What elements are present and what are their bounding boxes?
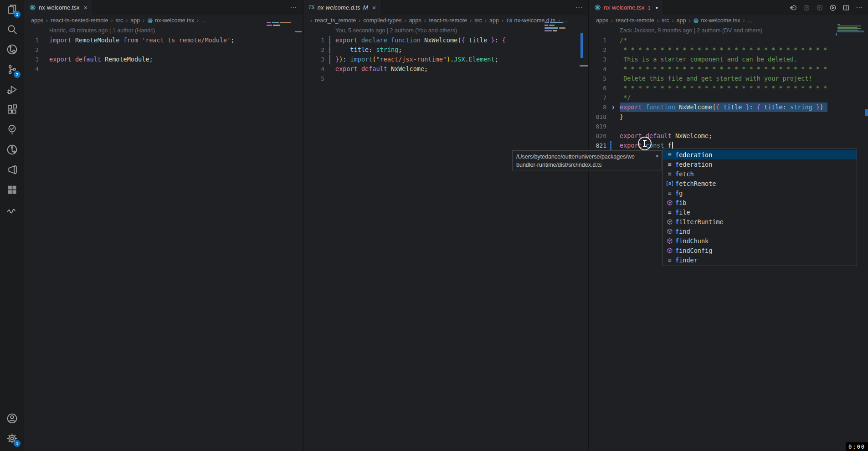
breadcrumb-label: compiled-types (363, 17, 401, 24)
matched-prefix: f (675, 151, 679, 159)
code-line: 818} (589, 112, 868, 122)
sidebar-item-settings[interactable]: 1 (1, 429, 23, 449)
breadcrumb-item-nx-welcome.d.ts[interactable]: TSnx-welcome.d.ts (506, 17, 555, 24)
breadcrumb-item-nx-welcome.tsx[interactable]: nx-welcome.tsx (147, 17, 194, 24)
editor-2[interactable]: You, 5 seconds ago | 2 authors (You and … (303, 26, 588, 451)
code-text: /* (620, 36, 627, 45)
word-suggest-icon: ≡ (664, 151, 675, 158)
nav-right-icon[interactable] (816, 4, 823, 11)
token: * * * * * * * * * * * * * * * * * * * * … (620, 46, 827, 53)
tab-nx-welcome.tsx[interactable]: nx-welcome.tsx× (24, 0, 93, 15)
sidebar-item-search[interactable] (1, 20, 23, 40)
breadcrumb-item-nx-welcome.tsx[interactable]: nx-welcome.tsx (693, 17, 740, 24)
sidebar-item-source-control[interactable]: 7 (1, 60, 23, 80)
tab-close-icon[interactable]: × (84, 4, 88, 11)
token: import (346, 56, 372, 63)
editor-1[interactable]: Hanric, 48 minutes ago | 1 author (Hanri… (24, 26, 303, 451)
breadcrumb-item-app[interactable]: app (130, 17, 140, 24)
word-suggest-icon: ≡ (664, 209, 675, 215)
token: { (716, 103, 719, 111)
token: * * * * * * * * * * * * * * * * * * * * … (620, 84, 827, 92)
token: RemoteModule (101, 56, 149, 63)
more-actions-icon[interactable]: ⋯ (856, 4, 863, 12)
line-number: 2 (24, 45, 39, 55)
token: f (664, 142, 672, 149)
breadcrumb-separator: › (611, 17, 613, 24)
token: NxWelcome (675, 103, 712, 111)
tab-nx-welcome.tsx[interactable]: nx-welcome.tsx1● (589, 0, 663, 15)
code-line: 2 (24, 45, 303, 55)
suggestion-item-finder[interactable]: ≡finder (663, 255, 857, 265)
sidebar-item-extensions[interactable] (1, 100, 23, 120)
tooltip-close-icon[interactable]: × (655, 152, 659, 160)
matched-prefix: f (675, 161, 679, 168)
run-icon[interactable] (829, 4, 837, 11)
sidebar-item-tree-view[interactable] (1, 120, 23, 140)
breadcrumb-label: react-ts-remote (616, 17, 654, 24)
suggestion-item-fetch[interactable]: ≡fetch (663, 169, 857, 179)
breadcrumb-item-app[interactable]: app (489, 17, 499, 24)
breadcrumb-item-...[interactable]: ... (563, 17, 567, 24)
breadcrumb-item-apps[interactable]: apps (409, 17, 421, 24)
sidebar-item-run-and-debug[interactable] (1, 80, 23, 100)
code-line: 1export declare function NxWelcome({ tit… (303, 36, 588, 45)
suggestion-item-federation[interactable]: ≡federation (663, 150, 857, 159)
breadcrumb-item-src[interactable]: src (116, 17, 123, 24)
breadcrumb-item-react_ts_remote[interactable]: react_ts_remote (315, 17, 356, 24)
sidebar-item-gitlens[interactable] (1, 40, 23, 60)
token: ; (231, 36, 234, 44)
sidebar-item-graph-view[interactable] (1, 140, 23, 160)
suggestion-item-findConfig[interactable]: findConfig (663, 246, 857, 255)
token: export (620, 142, 642, 149)
sidebar-item-squiggle-view[interactable] (1, 200, 23, 220)
nav-left-icon[interactable] (803, 4, 810, 11)
breadcrumb-item-...[interactable]: ... (748, 17, 752, 24)
line-number: 5 (303, 74, 324, 83)
breadcrumb-item-src[interactable]: src (474, 17, 482, 24)
sidebar-item-apps-grid[interactable] (1, 180, 23, 200)
fold-icon[interactable]: ❯ (606, 102, 620, 112)
token: export (620, 132, 642, 139)
breadcrumb-item-app[interactable]: app (677, 17, 686, 24)
suggestion-item-federation[interactable]: ≡federation (663, 159, 857, 169)
tab-close-icon[interactable]: × (372, 4, 376, 11)
suggestion-item-fetchRemote[interactable]: [ø]fetchRemote (663, 179, 857, 188)
split-editor-icon[interactable] (842, 4, 850, 11)
token: default (358, 65, 387, 72)
code-text: export default NxWelcome; (620, 131, 712, 141)
suggestion-item-file[interactable]: ≡file (663, 207, 857, 217)
breadcrumb-item-react-ts-remote[interactable]: react-ts-remote (429, 17, 467, 24)
suggestion-item-findChunk[interactable]: findChunk (663, 236, 857, 246)
breadcrumb-label: react-ts-remote (429, 17, 467, 24)
more-actions-icon[interactable]: ⋯ (575, 4, 583, 12)
breadcrumb-separator: › (126, 17, 128, 24)
breadcrumb-item-apps[interactable]: apps (31, 17, 43, 24)
suggestion-item-fib[interactable]: fib (663, 198, 857, 207)
suggestion-item-find[interactable]: find (663, 226, 857, 236)
line-number: 821 (589, 141, 606, 150)
breadcrumb-item-compiled-types[interactable]: compiled-types (363, 17, 401, 24)
breadcrumb-item-react-ts-nested-remote[interactable]: react-ts-nested-remote (51, 17, 108, 24)
line-number: 5 (589, 74, 606, 83)
breadcrumb-item-react-ts-remote[interactable]: react-ts-remote (616, 17, 654, 24)
suggestion-label: findConfig (675, 247, 712, 254)
more-actions-icon[interactable]: ⋯ (290, 4, 297, 12)
token: Element (469, 56, 495, 63)
line-number: 1 (589, 36, 606, 45)
code-line: 4 * * * * * * * * * * * * * * * * * * * … (589, 64, 868, 74)
breadcrumb-separator: › (310, 17, 312, 24)
breadcrumb-item-apps[interactable]: apps (596, 17, 608, 24)
breadcrumb-item-...[interactable]: ... (201, 17, 206, 24)
sidebar-item-ribbon-view[interactable] (1, 160, 23, 180)
suggestion-item-fg[interactable]: ≡fg (663, 188, 857, 198)
cube-suggest-icon (664, 238, 675, 244)
word-suggest-icon: ≡ (664, 170, 675, 177)
breadcrumb-label: src (474, 17, 482, 24)
breadcrumb-item-src[interactable]: src (662, 17, 669, 24)
sidebar-item-accounts[interactable] (1, 409, 23, 429)
matched-prefix: f (675, 247, 679, 254)
suggestion-item-filterRuntime[interactable]: filterRuntime (663, 217, 857, 226)
sidebar-item-explorer[interactable]: 1 (1, 0, 23, 20)
tab-nx-welcome.d.ts[interactable]: TSnx-welcome.d.tsM× (303, 0, 381, 15)
nav-back-icon[interactable] (790, 4, 797, 11)
